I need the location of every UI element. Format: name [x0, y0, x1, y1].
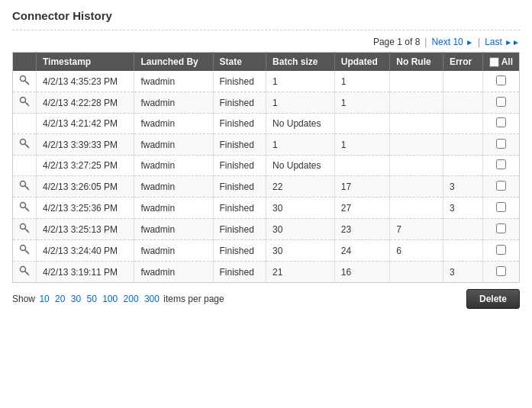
- row-error: 3: [443, 198, 482, 219]
- row-updated: 1: [334, 134, 390, 156]
- row-batch-size: 30: [266, 219, 335, 240]
- row-error: [443, 134, 482, 156]
- row-batch-size: 30: [266, 198, 335, 219]
- row-checkbox[interactable]: [496, 202, 506, 212]
- row-updated: [334, 114, 390, 134]
- row-checkbox-cell: [482, 176, 519, 198]
- table-row: 4/2/13 3:27:25 PMfwadminFinishedNo Updat…: [13, 156, 520, 176]
- last-link[interactable]: Last ►►: [485, 37, 520, 47]
- table-row: 4/2/13 3:25:36 PMfwadminFinished30273: [13, 198, 520, 219]
- col-error: Error: [443, 53, 482, 72]
- row-error: [443, 240, 482, 262]
- show-items-control: Show 10 20 30 50 100 200 300 items per p…: [12, 294, 224, 304]
- row-no-rule: [390, 176, 443, 198]
- row-checkbox-cell: [482, 114, 519, 134]
- row-timestamp: 4/2/13 3:25:36 PM: [37, 198, 134, 219]
- row-no-rule: [390, 198, 443, 219]
- row-updated: 1: [334, 71, 390, 92]
- table-row: 4/2/13 4:22:28 PMfwadminFinished11: [13, 92, 520, 114]
- row-icon-cell: [13, 198, 37, 219]
- col-state: State: [213, 53, 266, 72]
- table-row: 4/2/13 3:26:05 PMfwadminFinished22173: [13, 176, 520, 198]
- row-state: Finished: [213, 114, 266, 134]
- per-page-10-link[interactable]: 10: [39, 294, 49, 304]
- row-icon-cell: [13, 134, 37, 156]
- show-label: Show: [12, 294, 35, 304]
- row-checkbox[interactable]: [496, 75, 506, 85]
- row-checkbox[interactable]: [496, 181, 506, 191]
- row-timestamp: 4/2/13 3:19:11 PM: [37, 262, 134, 283]
- svg-point-6: [21, 140, 26, 145]
- delete-button[interactable]: Delete: [466, 289, 520, 309]
- per-page-200-link[interactable]: 200: [124, 294, 139, 304]
- row-checkbox[interactable]: [496, 266, 506, 276]
- row-error: [443, 92, 482, 114]
- select-all-checkbox[interactable]: [489, 57, 499, 67]
- next-link[interactable]: Next 10 ►: [431, 37, 473, 47]
- col-all: All: [482, 53, 519, 72]
- row-checkbox[interactable]: [496, 245, 506, 255]
- row-updated: 16: [334, 262, 390, 283]
- col-timestamp: Timestamp: [37, 53, 134, 72]
- svg-point-21: [21, 267, 26, 272]
- row-checkbox[interactable]: [496, 159, 506, 169]
- svg-point-18: [21, 246, 26, 251]
- row-icon-cell: [13, 262, 37, 283]
- row-batch-size: 1: [266, 92, 335, 114]
- row-state: Finished: [213, 262, 266, 283]
- row-state: Finished: [213, 92, 266, 114]
- row-launched-by: fwadmin: [134, 134, 213, 156]
- row-checkbox-cell: [482, 219, 519, 240]
- row-icon-cell: [13, 114, 37, 134]
- row-state: Finished: [213, 71, 266, 92]
- last-arrow-icon: ►►: [505, 38, 520, 47]
- col-launched-by: Launched By: [134, 53, 213, 72]
- row-checkbox-cell: [482, 71, 519, 92]
- per-page-50-link[interactable]: 50: [86, 294, 96, 304]
- items-per-page-label: items per page: [163, 294, 224, 304]
- row-no-rule: [390, 114, 443, 134]
- table-row: 4/2/13 4:21:42 PMfwadminFinishedNo Updat…: [13, 114, 520, 134]
- svg-point-12: [21, 203, 26, 208]
- per-page-30-link[interactable]: 30: [71, 294, 81, 304]
- svg-point-9: [21, 182, 26, 187]
- row-state: Finished: [213, 240, 266, 262]
- row-no-rule: [390, 71, 443, 92]
- row-checkbox[interactable]: [496, 139, 506, 149]
- key-icon: [19, 75, 30, 85]
- row-icon-cell: [13, 176, 37, 198]
- row-error: [443, 71, 482, 92]
- per-page-100-link[interactable]: 100: [102, 294, 118, 304]
- row-timestamp: 4/2/13 3:27:25 PM: [37, 156, 134, 176]
- key-icon: [19, 201, 30, 212]
- per-page-20-link[interactable]: 20: [55, 294, 65, 304]
- row-checkbox-cell: [482, 92, 519, 114]
- row-checkbox[interactable]: [496, 117, 506, 127]
- row-error: [443, 114, 482, 134]
- key-icon: [19, 265, 30, 276]
- row-batch-size: 21: [266, 262, 335, 283]
- row-no-rule: [390, 92, 443, 114]
- row-batch-size: 22: [266, 176, 335, 198]
- col-no-rule: No Rule: [390, 53, 443, 72]
- col-updated: Updated: [334, 53, 390, 72]
- row-checkbox-cell: [482, 134, 519, 156]
- row-launched-by: fwadmin: [134, 219, 213, 240]
- svg-point-15: [21, 224, 26, 230]
- row-no-rule: [390, 156, 443, 176]
- table-row: 4/2/13 3:39:33 PMfwadminFinished11: [13, 134, 520, 156]
- row-updated: [334, 156, 390, 176]
- history-table: Timestamp Launched By State Batch size U…: [12, 52, 520, 283]
- row-icon-cell: [13, 71, 37, 92]
- row-icon-cell: [13, 156, 37, 176]
- row-checkbox-cell: [482, 156, 519, 176]
- key-icon: [19, 244, 30, 255]
- row-error: [443, 219, 482, 240]
- row-launched-by: fwadmin: [134, 71, 213, 92]
- row-no-rule: [390, 262, 443, 283]
- key-icon: [19, 138, 30, 149]
- row-timestamp: 4/2/13 4:35:23 PM: [37, 71, 134, 92]
- per-page-300-link[interactable]: 300: [144, 294, 160, 304]
- row-checkbox[interactable]: [496, 97, 506, 107]
- row-checkbox[interactable]: [496, 223, 506, 233]
